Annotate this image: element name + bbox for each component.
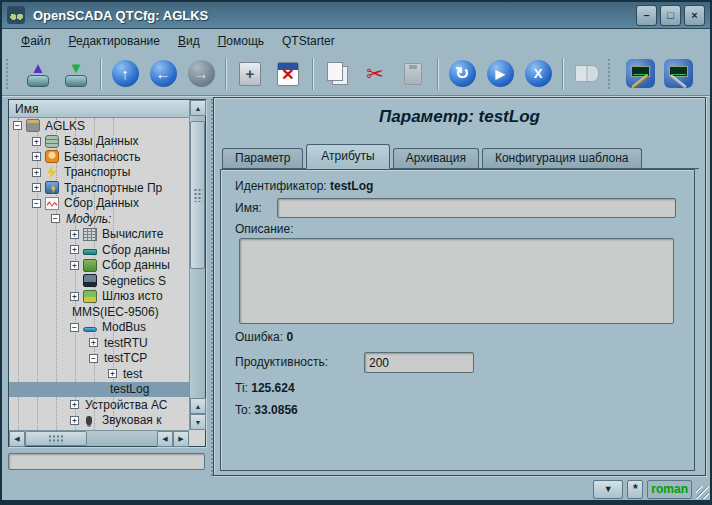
scroll-right-icon[interactable]: ▶	[173, 431, 189, 447]
stop-button[interactable]	[521, 57, 555, 91]
close-button[interactable]: ×	[684, 5, 705, 26]
tree-item[interactable]: −ModBus	[9, 320, 189, 336]
expand-icon[interactable]: +	[70, 400, 79, 409]
tree-item[interactable]: −Сбор Данных	[9, 196, 189, 212]
tree-item[interactable]: +Шлюз исто	[9, 289, 189, 305]
toolbar-handle[interactable]	[608, 59, 617, 89]
board-icon	[83, 259, 97, 272]
name-input[interactable]	[277, 198, 676, 218]
tab[interactable]: Атрибуты	[306, 144, 389, 169]
tree-viewport: −AGLKS+Базы Данных+Безопасность+Транспор…	[9, 118, 189, 430]
plug-icon	[83, 327, 97, 332]
tree-item[interactable]: +Базы Данных	[9, 134, 189, 150]
menu-item[interactable]: Файл	[12, 31, 60, 51]
scroll-track[interactable]	[87, 431, 157, 446]
status-message-box	[8, 453, 205, 470]
status-dropdown-button[interactable]: ▼	[593, 480, 623, 499]
cut-button[interactable]	[358, 57, 392, 91]
status-star-button[interactable]: *	[627, 480, 643, 499]
tree-item[interactable]: +Сбор данны	[9, 242, 189, 258]
expand-icon[interactable]: +	[70, 230, 79, 239]
load-db-button[interactable]	[21, 57, 55, 91]
scroll-left-icon[interactable]: ◀	[157, 431, 173, 447]
expand-icon[interactable]: +	[108, 369, 117, 378]
tree-item[interactable]: +test	[9, 366, 189, 382]
menu-item[interactable]: Редактирование	[60, 31, 169, 51]
tree-horizontal-scrollbar[interactable]: ◀ ◀ ▶	[9, 430, 189, 446]
expand-icon[interactable]: +	[70, 292, 79, 301]
scroll-up-icon[interactable]: ▲	[190, 398, 206, 414]
tree-item[interactable]: +Сбор данны	[9, 258, 189, 274]
scroll-track[interactable]	[190, 116, 205, 398]
scroll-thumb[interactable]	[25, 431, 87, 446]
expand-icon[interactable]: +	[70, 245, 79, 254]
forward-icon	[188, 60, 215, 87]
titlebar[interactable]: OpenSCADA QTCfg: AGLKS – □ ×	[2, 2, 710, 29]
collapse-icon[interactable]: −	[32, 199, 41, 208]
productivity-input[interactable]	[364, 352, 474, 373]
expand-icon[interactable]: +	[32, 168, 41, 177]
tree-item[interactable]: −AGLKS	[9, 118, 189, 134]
minimize-button[interactable]: –	[636, 5, 657, 26]
collapse-icon[interactable]: −	[13, 121, 22, 130]
tree-vertical-scrollbar[interactable]: ▲ ▲ ▼	[189, 100, 205, 430]
expand-icon[interactable]: +	[89, 338, 98, 347]
tree-item[interactable]: +Звуковая к	[9, 413, 189, 429]
scroll-up-icon[interactable]: ▲	[190, 100, 206, 116]
qtcfg-starter-button[interactable]	[623, 57, 657, 91]
save-db-button[interactable]	[59, 57, 93, 91]
menu-item[interactable]: QTStarter	[273, 31, 344, 51]
tab[interactable]: Конфигурация шаблона	[482, 148, 642, 168]
description-textarea[interactable]	[239, 238, 674, 324]
collapse-icon[interactable]: −	[89, 354, 98, 363]
qtcfg-starter-icon	[626, 59, 655, 88]
tab[interactable]: Параметр	[222, 148, 303, 168]
tree-item[interactable]: +Вычислите	[9, 227, 189, 243]
tree-item[interactable]: +Транспортные Пр	[9, 180, 189, 196]
tree-item[interactable]: testLog	[9, 382, 189, 398]
vision-starter-button[interactable]	[661, 57, 695, 91]
tree-item[interactable]: +Транспорты	[9, 165, 189, 181]
scroll-thumb[interactable]	[190, 121, 205, 269]
del-item-button[interactable]	[271, 57, 305, 91]
tree-item-label: test	[123, 367, 142, 381]
tree-item[interactable]: −Модуль:	[9, 211, 189, 227]
expand-icon[interactable]: +	[70, 416, 79, 425]
add-item-button[interactable]	[233, 57, 267, 91]
error-value: 0	[286, 330, 293, 344]
up-level-button[interactable]	[108, 57, 142, 91]
collapse-icon[interactable]: −	[70, 323, 79, 332]
expand-icon[interactable]: +	[32, 183, 41, 192]
toolbar-handle[interactable]	[6, 59, 15, 89]
current-user-badge[interactable]: roman	[647, 480, 692, 499]
toolbar-separator	[437, 58, 438, 90]
resize-grip[interactable]	[696, 486, 709, 499]
tree-item[interactable]: −testTCP	[9, 351, 189, 367]
scroll-left-icon[interactable]: ◀	[9, 431, 25, 447]
toolbar	[2, 52, 710, 96]
tree-item[interactable]: +Безопасность	[9, 149, 189, 165]
tree-item[interactable]: Segnetics S	[9, 273, 189, 289]
tree-header[interactable]: Имя	[9, 100, 189, 118]
start-button[interactable]	[483, 57, 517, 91]
menu-item[interactable]: Помощь	[209, 31, 273, 51]
expand-icon[interactable]: +	[70, 261, 79, 270]
tree-item[interactable]: MMS(IEC-9506)	[9, 304, 189, 320]
copy-icon	[327, 62, 343, 81]
to-label: To:	[235, 403, 251, 417]
reload-button[interactable]	[445, 57, 479, 91]
expand-icon[interactable]: +	[32, 152, 41, 161]
add-item-icon	[239, 62, 261, 86]
scroll-down-icon[interactable]: ▼	[190, 414, 206, 430]
maximize-button[interactable]: □	[660, 5, 681, 26]
copy-button[interactable]	[320, 57, 354, 91]
tree-item[interactable]: +testRTU	[9, 335, 189, 351]
gateway-icon	[83, 290, 97, 303]
tree-item[interactable]: +Устройства АС	[9, 397, 189, 413]
menu-item[interactable]: Вид	[169, 31, 209, 51]
back-button[interactable]	[146, 57, 180, 91]
expand-icon[interactable]: +	[32, 137, 41, 146]
tab[interactable]: Архивация	[393, 148, 479, 168]
tree-item-label: Сбор данны	[102, 258, 170, 272]
collapse-icon[interactable]: −	[51, 214, 60, 223]
